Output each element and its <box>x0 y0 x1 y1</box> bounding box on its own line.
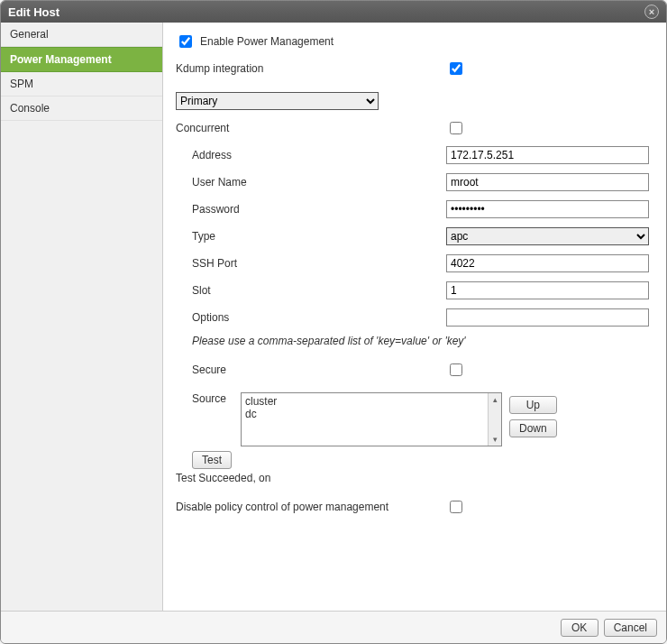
sidebar: General Power Management SPM Console <box>1 23 163 611</box>
secure-row: Secure <box>176 360 653 380</box>
sshport-input[interactable] <box>446 254 649 272</box>
down-button[interactable]: Down <box>509 419 557 437</box>
secure-label: Secure <box>176 363 446 376</box>
titlebar: Edit Host × <box>1 1 666 23</box>
source-label: Source <box>176 392 241 405</box>
primary-row: Primary <box>176 91 653 111</box>
sidebar-item-power-management[interactable]: Power Management <box>1 47 162 72</box>
password-row: Password <box>176 199 653 219</box>
source-item-dc[interactable]: dc <box>245 408 498 420</box>
enable-pm-row: Enable Power Management <box>176 32 653 51</box>
address-row: Address <box>176 145 653 165</box>
kdump-checkbox[interactable] <box>450 62 462 75</box>
scroll-down-icon[interactable]: ▾ <box>489 433 501 446</box>
username-label: User Name <box>176 176 446 189</box>
scroll-up-icon[interactable]: ▴ <box>489 393 501 406</box>
dialog-body: General Power Management SPM Console Ena… <box>1 23 666 611</box>
dialog-footer: OK Cancel <box>1 611 666 643</box>
disable-policy-checkbox[interactable] <box>450 501 462 513</box>
enable-pm-checkbox[interactable] <box>179 35 192 48</box>
test-row: Test <box>192 454 653 466</box>
kdump-label: Kdump integration <box>176 62 446 75</box>
secure-checkbox[interactable] <box>450 363 462 376</box>
dialog-title: Edit Host <box>8 5 644 19</box>
options-label: Options <box>176 311 446 324</box>
source-scrollbar[interactable]: ▴ ▾ <box>488 393 501 446</box>
source-item-cluster[interactable]: cluster <box>245 395 498 408</box>
disable-policy-row: Disable policy control of power manageme… <box>176 497 653 517</box>
sshport-row: SSH Port <box>176 253 653 273</box>
options-row: Options <box>176 308 653 327</box>
slot-label: Slot <box>176 284 446 297</box>
sidebar-item-general[interactable]: General <box>1 23 162 47</box>
slot-input[interactable] <box>446 281 649 299</box>
type-row: Type apc <box>176 226 653 246</box>
concurrent-row: Concurrent <box>176 118 653 138</box>
address-input[interactable] <box>446 146 649 164</box>
primary-select[interactable]: Primary <box>176 92 379 110</box>
options-hint: Please use a comma-separated list of 'ke… <box>192 335 653 347</box>
options-input[interactable] <box>446 308 649 327</box>
test-status: Test Succeeded, on <box>176 472 653 484</box>
concurrent-checkbox[interactable] <box>450 122 462 134</box>
sidebar-item-console[interactable]: Console <box>1 97 162 121</box>
password-label: Password <box>176 203 446 216</box>
username-row: User Name <box>176 172 653 192</box>
sidebar-item-spm[interactable]: SPM <box>1 72 162 97</box>
disable-policy-label: Disable policy control of power manageme… <box>176 501 446 513</box>
source-listbox[interactable]: cluster dc ▴ ▾ <box>241 392 502 446</box>
sshport-label: SSH Port <box>176 257 446 270</box>
test-button[interactable]: Test <box>192 451 232 469</box>
enable-pm-label: Enable Power Management <box>200 35 334 48</box>
concurrent-label: Concurrent <box>176 122 446 134</box>
ok-button[interactable]: OK <box>561 619 598 637</box>
type-label: Type <box>176 230 446 243</box>
up-button[interactable]: Up <box>509 396 557 414</box>
cancel-button[interactable]: Cancel <box>604 619 657 637</box>
content-pane: Enable Power Management Kdump integratio… <box>163 23 666 611</box>
kdump-row: Kdump integration <box>176 59 653 78</box>
type-select[interactable]: apc <box>446 227 649 245</box>
username-input[interactable] <box>446 173 649 191</box>
source-row: Source cluster dc ▴ ▾ Up Down <box>176 392 653 446</box>
close-icon[interactable]: × <box>644 5 659 19</box>
edit-host-dialog: Edit Host × General Power Management SPM… <box>0 0 667 644</box>
address-label: Address <box>176 149 446 161</box>
slot-row: Slot <box>176 281 653 300</box>
password-input[interactable] <box>446 200 649 218</box>
